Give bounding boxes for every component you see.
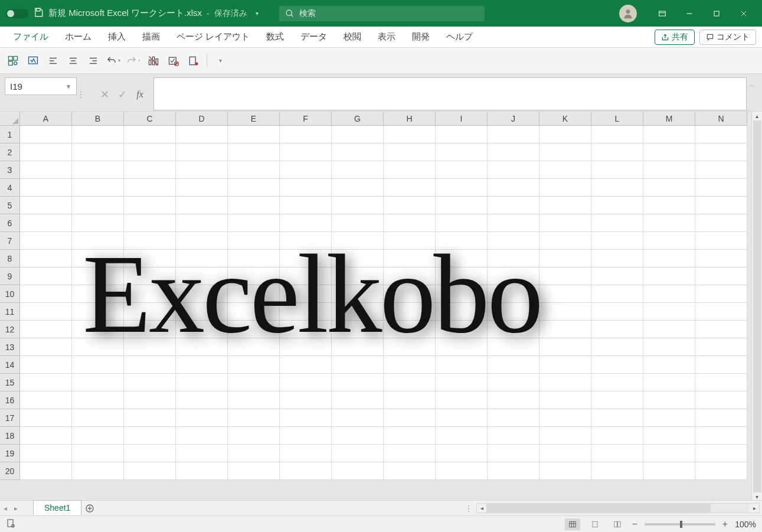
row-header[interactable]: 16	[0, 391, 20, 409]
cell[interactable]	[228, 126, 280, 143]
cell[interactable]	[436, 374, 488, 391]
cell[interactable]	[280, 161, 332, 179]
cell[interactable]	[539, 427, 591, 445]
cell[interactable]	[488, 391, 539, 409]
cell[interactable]	[695, 179, 747, 197]
cell[interactable]	[228, 409, 280, 427]
row-header[interactable]: 7	[0, 232, 20, 250]
close-button[interactable]	[730, 0, 757, 27]
cell[interactable]	[176, 356, 228, 374]
cell[interactable]	[176, 250, 228, 267]
tab-review[interactable]: 校閲	[335, 27, 369, 48]
cell[interactable]	[436, 321, 488, 338]
cell[interactable]	[280, 374, 332, 391]
tab-insert[interactable]: 挿入	[100, 27, 134, 48]
cell[interactable]	[436, 214, 488, 232]
zoom-out-button[interactable]: −	[632, 519, 637, 530]
cell[interactable]	[72, 232, 124, 250]
sheet-nav-prev[interactable]: ◂	[0, 501, 11, 515]
cell[interactable]	[124, 321, 176, 338]
cell[interactable]	[280, 409, 332, 427]
normal-view-button[interactable]	[565, 518, 580, 530]
cell[interactable]	[20, 285, 72, 303]
cell[interactable]	[280, 126, 332, 143]
cell[interactable]	[643, 445, 695, 462]
cell[interactable]	[72, 374, 124, 391]
cell[interactable]	[488, 197, 539, 214]
cell[interactable]	[176, 321, 228, 338]
cell[interactable]	[695, 391, 747, 409]
cell[interactable]	[176, 161, 228, 179]
zoom-level[interactable]: 100%	[735, 520, 756, 529]
select-all-corner[interactable]	[0, 112, 20, 126]
cell[interactable]	[176, 179, 228, 197]
enter-formula-button[interactable]: ✓	[113, 86, 131, 103]
cell[interactable]	[384, 445, 436, 462]
cell[interactable]	[332, 197, 384, 214]
cell[interactable]	[20, 214, 72, 232]
cell[interactable]	[488, 303, 539, 321]
zoom-in-button[interactable]: +	[722, 519, 728, 530]
chevron-down-icon[interactable]: ▼	[66, 83, 71, 90]
cell[interactable]	[488, 462, 539, 480]
cell[interactable]	[20, 391, 72, 409]
scroll-up-icon[interactable]: ▴	[756, 113, 758, 119]
cell[interactable]	[643, 356, 695, 374]
cell[interactable]	[539, 285, 591, 303]
cell[interactable]	[488, 161, 539, 179]
row-header[interactable]: 9	[0, 267, 20, 285]
cell[interactable]	[72, 356, 124, 374]
cell[interactable]	[695, 143, 747, 161]
cell[interactable]	[539, 126, 591, 143]
cell[interactable]	[643, 143, 695, 161]
name-box[interactable]: I19 ▼	[5, 77, 77, 95]
maximize-button[interactable]	[703, 0, 730, 27]
cell[interactable]	[228, 321, 280, 338]
cell[interactable]	[436, 161, 488, 179]
cell[interactable]	[280, 232, 332, 250]
cell[interactable]	[332, 179, 384, 197]
row-header[interactable]: 8	[0, 250, 20, 267]
cell[interactable]	[384, 197, 436, 214]
cell[interactable]	[20, 338, 72, 356]
cell[interactable]	[591, 250, 643, 267]
cell[interactable]	[488, 267, 539, 285]
cell[interactable]	[20, 161, 72, 179]
cell[interactable]	[488, 250, 539, 267]
cell[interactable]	[539, 321, 591, 338]
cell[interactable]	[72, 214, 124, 232]
cell[interactable]	[643, 321, 695, 338]
cell[interactable]	[436, 445, 488, 462]
cell[interactable]	[436, 338, 488, 356]
cell[interactable]	[488, 143, 539, 161]
cell[interactable]	[124, 427, 176, 445]
cell[interactable]	[591, 126, 643, 143]
cell[interactable]	[488, 338, 539, 356]
cell[interactable]	[228, 179, 280, 197]
column-header[interactable]: F	[280, 112, 332, 126]
cell[interactable]	[72, 338, 124, 356]
cell[interactable]	[124, 143, 176, 161]
ribbon-display-button[interactable]	[649, 0, 676, 27]
cell[interactable]	[176, 338, 228, 356]
tab-formulas[interactable]: 数式	[258, 27, 292, 48]
cell[interactable]	[280, 303, 332, 321]
cell[interactable]	[20, 179, 72, 197]
cell[interactable]	[539, 409, 591, 427]
cell[interactable]	[695, 197, 747, 214]
cell[interactable]	[436, 356, 488, 374]
row-header[interactable]: 10	[0, 285, 20, 303]
cell[interactable]	[280, 250, 332, 267]
cell[interactable]	[488, 214, 539, 232]
cell[interactable]	[436, 391, 488, 409]
minimize-button[interactable]	[676, 0, 703, 27]
cell[interactable]	[124, 267, 176, 285]
cell[interactable]	[332, 374, 384, 391]
cell[interactable]	[695, 214, 747, 232]
row-header[interactable]: 4	[0, 179, 20, 197]
sheet-tab-active[interactable]: Sheet1	[33, 500, 81, 515]
column-header[interactable]: I	[436, 112, 488, 126]
cell[interactable]	[124, 338, 176, 356]
cell[interactable]	[124, 197, 176, 214]
cell[interactable]	[591, 427, 643, 445]
